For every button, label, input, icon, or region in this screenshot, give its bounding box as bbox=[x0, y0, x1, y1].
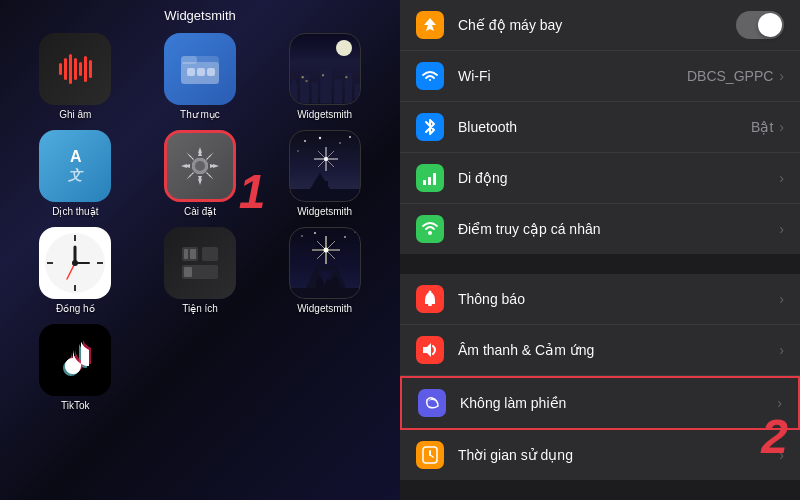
wifi-label: Wi-Fi bbox=[458, 68, 687, 84]
settings-item-notifications[interactable]: Thông báo › bbox=[400, 274, 800, 325]
dnd-icon bbox=[418, 389, 446, 417]
wifi-chevron: › bbox=[779, 68, 784, 84]
app-item-tienich[interactable]: Tiện ích bbox=[143, 227, 258, 314]
left-title: Widgetsmith bbox=[164, 8, 236, 23]
sound-label: Âm thanh & Cảm ứng bbox=[458, 342, 779, 358]
app-item-caidat[interactable]: Cài đặt 1 bbox=[143, 130, 258, 217]
app-grid: Ghi âm Thư mục bbox=[0, 33, 400, 411]
app-icon-ghiam bbox=[39, 33, 111, 105]
settings-item-cellular[interactable]: Di động › bbox=[400, 153, 800, 204]
svg-point-55 bbox=[314, 232, 316, 234]
svg-rect-16 bbox=[346, 68, 348, 73]
settings-item-hotspot[interactable]: Điểm truy cập cá nhân › bbox=[400, 204, 800, 254]
app-item-ghiam[interactable]: Ghi âm bbox=[18, 33, 133, 120]
settings-group-connectivity: Chế độ máy bay Wi-Fi DBCS_GPPC › bbox=[400, 0, 800, 254]
svg-rect-18 bbox=[301, 76, 303, 78]
widgetsmith-header: Widgetsmith bbox=[0, 0, 400, 33]
wifi-icon bbox=[416, 62, 444, 90]
svg-rect-72 bbox=[433, 173, 436, 185]
svg-point-54 bbox=[301, 235, 303, 237]
sound-icon bbox=[416, 336, 444, 364]
svg-rect-52 bbox=[190, 249, 196, 259]
bluetooth-value: Bật bbox=[751, 119, 773, 135]
settings-item-dnd[interactable]: Không làm phiền › bbox=[400, 376, 800, 430]
svg-point-29 bbox=[297, 150, 298, 151]
svg-point-47 bbox=[72, 260, 78, 266]
svg-rect-35 bbox=[290, 189, 361, 202]
city-moon bbox=[336, 40, 352, 56]
app-label-widgetsmith2: Widgetsmith bbox=[297, 206, 352, 217]
svg-point-56 bbox=[344, 236, 346, 238]
badge-number-1: 1 bbox=[239, 164, 266, 219]
app-item-thumuc[interactable]: Thư mục bbox=[143, 33, 258, 120]
sound-chevron: › bbox=[779, 342, 784, 358]
tiktok-logo-icon bbox=[53, 338, 97, 382]
settings-item-bluetooth[interactable]: Bluetooth Bật › bbox=[400, 102, 800, 153]
bluetooth-icon bbox=[416, 113, 444, 141]
voice-wave-icon bbox=[59, 54, 92, 84]
right-panel: Chế độ máy bay Wi-Fi DBCS_GPPC › bbox=[400, 0, 800, 500]
notifications-chevron: › bbox=[779, 291, 784, 307]
app-label-widgetsmith1: Widgetsmith bbox=[297, 109, 352, 120]
settings-item-sound[interactable]: Âm thanh & Cảm ứng › bbox=[400, 325, 800, 376]
svg-rect-8 bbox=[299, 74, 309, 103]
svg-rect-70 bbox=[423, 180, 426, 185]
svg-rect-19 bbox=[305, 80, 307, 82]
svg-rect-74 bbox=[428, 304, 432, 306]
app-item-widgetsmith2[interactable]: Widgetsmith bbox=[267, 130, 382, 217]
app-label-dichthuat: Dịch thuật bbox=[52, 206, 98, 217]
cellular-chevron: › bbox=[779, 170, 784, 186]
bluetooth-label: Bluetooth bbox=[458, 119, 751, 135]
svg-point-75 bbox=[429, 291, 432, 294]
notifications-icon bbox=[416, 285, 444, 313]
svg-point-26 bbox=[318, 137, 320, 139]
hotspot-chevron: › bbox=[779, 221, 784, 237]
svg-rect-14 bbox=[333, 79, 342, 103]
airplane-icon bbox=[416, 11, 444, 39]
svg-rect-37 bbox=[322, 181, 328, 189]
svg-rect-11 bbox=[320, 69, 332, 103]
svg-rect-2 bbox=[181, 56, 197, 64]
svg-rect-7 bbox=[292, 79, 296, 84]
svg-rect-13 bbox=[327, 67, 330, 71]
clock-svg-icon bbox=[39, 227, 111, 299]
left-panel: Widgetsmith Ghi âm bbox=[0, 0, 400, 500]
notifications-label: Thông báo bbox=[458, 291, 779, 307]
svg-point-62 bbox=[323, 248, 328, 253]
svg-rect-17 bbox=[354, 84, 360, 103]
screentime-icon bbox=[416, 441, 444, 469]
nativity-scene-icon bbox=[290, 228, 361, 299]
svg-rect-3 bbox=[187, 68, 195, 76]
svg-rect-53 bbox=[184, 267, 192, 277]
gear-icon bbox=[175, 141, 225, 191]
app-label-dongho: Đồng hồ bbox=[56, 303, 95, 314]
toggle-knob bbox=[758, 13, 782, 37]
app-icon-widgetsmith3 bbox=[289, 227, 361, 299]
svg-point-24 bbox=[195, 161, 205, 171]
app-icon-tiktok bbox=[39, 324, 111, 396]
night-scene-icon bbox=[290, 131, 361, 202]
app-item-dichthuat[interactable]: A 文 Dịch thuật bbox=[18, 130, 133, 217]
settings-item-airplane[interactable]: Chế độ máy bay bbox=[400, 0, 800, 51]
app-item-widgetsmith3[interactable]: Widgetsmith bbox=[267, 227, 382, 314]
airplane-toggle[interactable] bbox=[736, 11, 784, 39]
app-item-widgetsmith1[interactable]: Widgetsmith bbox=[267, 33, 382, 120]
right-panel-wrapper: Chế độ máy bay Wi-Fi DBCS_GPPC › bbox=[400, 0, 800, 500]
app-item-tiktok[interactable]: TikTok bbox=[18, 324, 133, 411]
app-item-dongho[interactable]: Đồng hồ bbox=[18, 227, 133, 314]
settings-group-notifications: Thông báo › Âm thanh & Cảm ứng › bbox=[400, 274, 800, 480]
svg-rect-5 bbox=[207, 68, 215, 76]
app-label-caidat: Cài đặt bbox=[184, 206, 216, 217]
cellular-label: Di động bbox=[458, 170, 779, 186]
svg-rect-20 bbox=[322, 74, 324, 76]
settings-item-screentime[interactable]: Thời gian sử dụng › bbox=[400, 430, 800, 480]
svg-point-27 bbox=[339, 142, 341, 144]
svg-point-73 bbox=[428, 231, 432, 235]
city-buildings bbox=[290, 64, 360, 104]
svg-rect-6 bbox=[290, 84, 298, 103]
folder-svg-icon bbox=[179, 48, 221, 90]
svg-rect-9 bbox=[301, 70, 303, 74]
app-icon-widgetsmith1 bbox=[289, 33, 361, 105]
app-label-ghiam: Ghi âm bbox=[59, 109, 91, 120]
settings-item-wifi[interactable]: Wi-Fi DBCS_GPPC › bbox=[400, 51, 800, 102]
